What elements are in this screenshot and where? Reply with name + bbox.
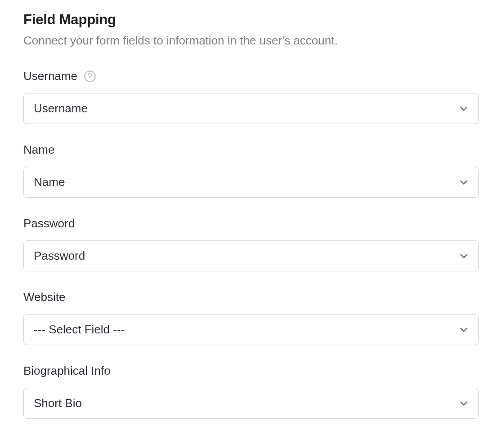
field-mapping-row-username: Username Username	[23, 69, 479, 124]
help-icon[interactable]	[84, 70, 96, 83]
chevron-down-icon	[457, 102, 470, 115]
section-title: Field Mapping	[23, 12, 479, 28]
select-value: Password	[34, 249, 85, 262]
field-mapping-row-password: Password Password	[23, 217, 479, 271]
label-line: Username	[23, 69, 479, 83]
field-mapping-row-website: Website --- Select Field ---	[23, 290, 479, 345]
field-mapping-row-bio: Biographical Info Short Bio	[23, 364, 479, 419]
chevron-down-icon	[457, 324, 470, 336]
website-select[interactable]: --- Select Field ---	[23, 314, 479, 345]
svg-point-1	[90, 79, 90, 80]
field-mapping-row-name: Name Name	[23, 143, 479, 198]
field-label: Password	[23, 217, 75, 231]
field-label: Biographical Info	[23, 364, 111, 378]
chevron-down-icon	[457, 397, 470, 410]
field-label: Username	[23, 69, 77, 83]
name-select[interactable]: Name	[23, 167, 479, 198]
field-label: Name	[23, 143, 54, 157]
section-subtitle: Connect your form fields to information …	[23, 32, 479, 49]
select-value: Short Bio	[34, 396, 82, 410]
field-label: Website	[23, 290, 65, 304]
label-line: Biographical Info	[23, 364, 479, 378]
password-select[interactable]: Password	[23, 240, 479, 271]
label-line: Name	[23, 143, 479, 157]
username-select[interactable]: Username	[23, 93, 479, 124]
chevron-down-icon	[457, 250, 470, 262]
chevron-down-icon	[457, 176, 470, 189]
label-line: Password	[23, 217, 479, 231]
select-value: --- Select Field ---	[34, 323, 125, 336]
select-value: Username	[34, 102, 88, 115]
bio-select[interactable]: Short Bio	[23, 388, 479, 419]
label-line: Website	[23, 290, 479, 304]
select-value: Name	[34, 175, 65, 189]
